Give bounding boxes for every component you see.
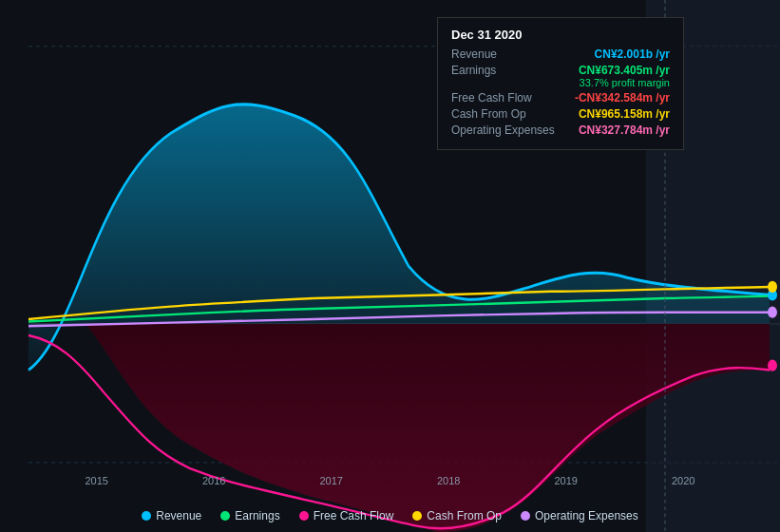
x-label-2016: 2016 <box>202 475 225 486</box>
legend-revenue[interactable]: Revenue <box>142 509 201 522</box>
tooltip-cashop-value: CN¥965.158m /yr <box>579 107 670 121</box>
tooltip-opex-row: Operating Expenses CN¥327.784m /yr <box>451 124 670 137</box>
tooltip-earnings-row: Earnings CN¥673.405m /yr 33.7% profit ma… <box>451 64 670 88</box>
legend-revenue-dot <box>142 511 151 521</box>
x-label-2020: 2020 <box>672 475 694 486</box>
chart-container: Dec 31 2020 Revenue CN¥2.001b /yr Earnin… <box>0 0 780 532</box>
svg-point-8 <box>768 281 777 293</box>
tooltip-opex-value: CN¥327.784m /yr <box>579 124 670 137</box>
legend-revenue-label: Revenue <box>156 509 201 522</box>
tooltip-title: Dec 31 2020 <box>451 28 670 42</box>
legend-opex-dot <box>521 511 530 521</box>
tooltip-revenue-label: Revenue <box>451 48 497 61</box>
legend-cashop-dot <box>412 511 422 521</box>
tooltip-fcf-row: Free Cash Flow -CN¥342.584m /yr <box>451 91 670 104</box>
tooltip-earnings-margin: 33.7% profit margin <box>580 77 670 88</box>
svg-point-7 <box>768 360 777 371</box>
tooltip-cashop-row: Cash From Op CN¥965.158m /yr <box>451 107 670 121</box>
legend-earnings[interactable]: Earnings <box>220 509 279 522</box>
tooltip-cashop-label: Cash From Op <box>451 107 526 121</box>
x-label-2017: 2017 <box>320 475 343 486</box>
legend-opex[interactable]: Operating Expenses <box>521 509 638 522</box>
legend-fcf-label: Free Cash Flow <box>314 509 394 522</box>
tooltip-fcf-label: Free Cash Flow <box>451 91 532 104</box>
legend: Revenue Earnings Free Cash Flow Cash Fro… <box>0 509 780 522</box>
svg-point-9 <box>768 307 777 318</box>
tooltip-earnings-value: CN¥673.405m /yr <box>579 64 670 77</box>
tooltip-earnings-label: Earnings <box>451 64 496 88</box>
legend-earnings-dot <box>220 511 230 521</box>
legend-cashop[interactable]: Cash From Op <box>412 509 502 522</box>
tooltip-revenue-value: CN¥2.001b /yr <box>595 48 670 61</box>
tooltip-opex-label: Operating Expenses <box>451 124 555 137</box>
tooltip-fcf-value: -CN¥342.584m /yr <box>575 91 670 104</box>
x-label-2018: 2018 <box>437 475 460 486</box>
legend-cashop-label: Cash From Op <box>427 509 502 522</box>
tooltip: Dec 31 2020 Revenue CN¥2.001b /yr Earnin… <box>437 17 684 150</box>
tooltip-revenue-row: Revenue CN¥2.001b /yr <box>451 48 670 61</box>
legend-earnings-label: Earnings <box>235 509 279 522</box>
x-label-2015: 2015 <box>86 475 108 486</box>
legend-fcf[interactable]: Free Cash Flow <box>299 509 394 522</box>
legend-fcf-dot <box>299 511 309 521</box>
x-label-2019: 2019 <box>555 475 578 486</box>
legend-opex-label: Operating Expenses <box>535 509 638 522</box>
